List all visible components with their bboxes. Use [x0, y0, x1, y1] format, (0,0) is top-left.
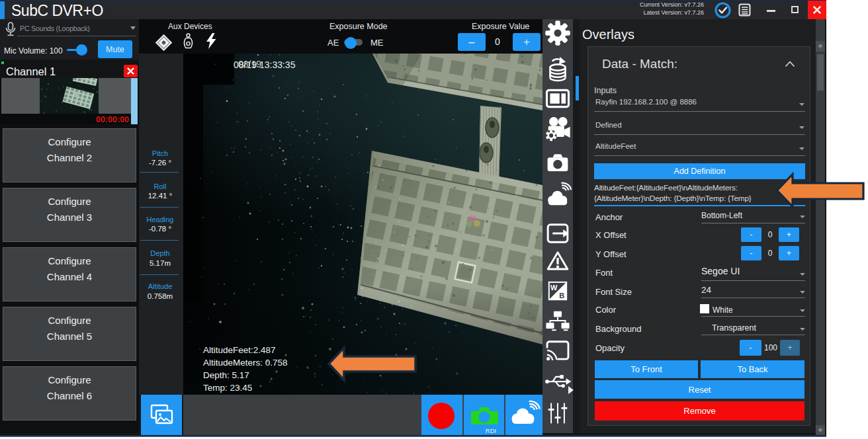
svg-text:RDI: RDI [486, 427, 496, 434]
svg-text:Temp: 23.45: Temp: 23.45 [203, 383, 252, 393]
svg-text:08/19 13:33:35: 08/19 13:33:35 [234, 60, 296, 70]
svg-text:W: W [550, 284, 558, 292]
svg-text:AltitudeMeters: 0.758: AltitudeMeters: 0.758 [203, 358, 288, 368]
svg-text:AltitudeFeet:2.487: AltitudeFeet:2.487 [203, 345, 276, 355]
svg-text:Depth: 5.17: Depth: 5.17 [203, 370, 249, 380]
svg-text:B: B [559, 292, 564, 299]
